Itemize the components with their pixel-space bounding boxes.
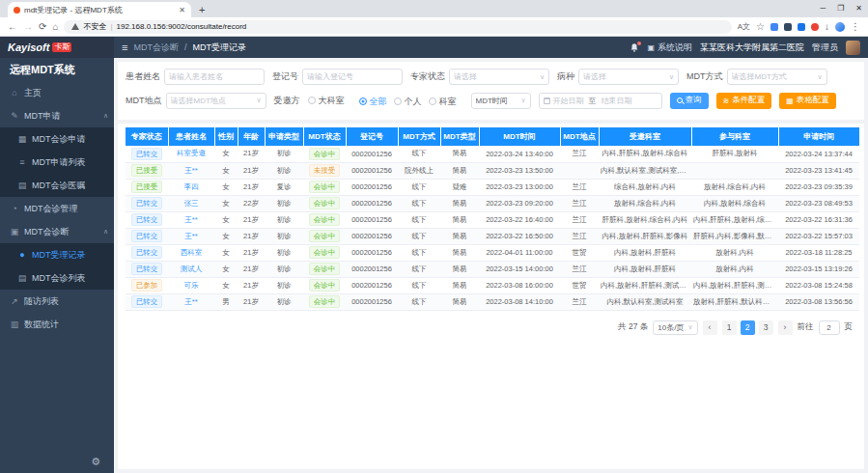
column-header: MDT类型 xyxy=(440,127,479,146)
patient-name-link[interactable]: 王** xyxy=(184,232,197,240)
input-登记号[interactable]: 请输入登记号 xyxy=(302,69,403,85)
prev-page-button[interactable]: ‹ xyxy=(703,320,717,335)
sidebar-item-主页[interactable]: ⌂主页 xyxy=(0,81,114,104)
minimize-button[interactable]: ─ xyxy=(820,4,826,13)
sidebar-item-MDT申请[interactable]: ✎MDT申请∧ xyxy=(0,104,114,127)
table-cell: 女 xyxy=(214,277,238,293)
refresh-icon[interactable]: ⟳ xyxy=(39,22,46,32)
table-cell: 2022-03-23 13:41:45 xyxy=(778,162,859,179)
date-range-picker[interactable]: 开始日期 至 结束日期 xyxy=(539,93,662,109)
bookmark-star-icon[interactable]: ☆ xyxy=(756,22,765,32)
table-row[interactable]: 已转交王**女21岁初诊会诊中0002001256线下简易2022-03-22 … xyxy=(126,228,859,244)
monitor-icon: ▣ xyxy=(10,227,19,236)
back-icon[interactable]: ← xyxy=(8,22,17,32)
status-tag: 会诊中 xyxy=(309,279,341,292)
forward-icon[interactable]: → xyxy=(23,22,33,32)
search-button[interactable]: 查询 xyxy=(670,93,709,109)
home-icon[interactable]: ⌂ xyxy=(52,22,58,32)
column-header: 受邀科室 xyxy=(599,127,691,146)
notification-bell-icon[interactable] xyxy=(630,42,639,53)
table-row[interactable]: 已参加可乐女21岁初诊会诊中0002001256线下简易2022-03-08 1… xyxy=(126,277,859,293)
sidebar-item-数据统计[interactable]: ▥数据统计 xyxy=(0,313,114,336)
tab-close-icon[interactable]: ✕ xyxy=(179,6,185,14)
chevron-icon: ∧ xyxy=(103,228,108,236)
table-cell: 兰江 xyxy=(560,228,599,244)
download-icon[interactable]: ↓ xyxy=(825,22,829,32)
goto-page-input[interactable]: 2 xyxy=(819,320,840,335)
status-tag: 会诊中 xyxy=(309,148,341,160)
more-menu-icon[interactable]: ⋮ xyxy=(851,22,860,32)
settings-gear-icon[interactable]: ⚙ xyxy=(91,456,100,468)
filter-label: 专家状态 xyxy=(410,70,445,83)
radio-个人[interactable]: 个人 xyxy=(394,96,422,108)
patient-name-link[interactable]: 李四 xyxy=(184,182,199,191)
table-cell: 女 xyxy=(214,162,238,179)
sidebar-item-MDT会诊断[interactable]: ▣MDT会诊断∧ xyxy=(0,220,114,243)
patient-name-link[interactable]: 王** xyxy=(184,166,197,175)
input-患者姓名[interactable]: 请输入患者姓名 xyxy=(164,69,265,85)
sidebar-item-MDT会诊申请[interactable]: ▦MDT会诊申请 xyxy=(0,127,114,151)
select-mdt-location[interactable]: 请选择MDT地点 ∨ xyxy=(166,93,266,109)
total-count: 共 27 条 xyxy=(618,321,648,333)
new-tab-button[interactable]: + xyxy=(199,2,205,17)
logo-text: Kayisoft xyxy=(8,42,49,53)
placeholder-text: 请选择 xyxy=(583,71,667,82)
table-cell: 内科,默认科室,测试科室 xyxy=(599,293,691,310)
select-病种[interactable]: 请选择∨ xyxy=(578,69,679,85)
radio-全部[interactable]: 全部 xyxy=(359,96,387,108)
extension-icon-2[interactable] xyxy=(784,23,792,31)
table-row[interactable]: 已转交张三女22岁初诊会诊中0002001256线下简易2022-03-23 0… xyxy=(126,195,859,211)
select-专家状态[interactable]: 请选择∨ xyxy=(449,69,549,85)
filter-label: 登记号 xyxy=(272,70,298,83)
filter-病种: 病种请选择∨ xyxy=(557,69,679,85)
table-cell: 内科,放射科,肝脏科 xyxy=(599,244,691,261)
table-cell: 兰江 xyxy=(560,195,599,211)
system-note-link[interactable]: ▣ 系统说明 xyxy=(647,42,692,54)
sidebar-item-随访列表[interactable]: ↗随访列表 xyxy=(0,290,114,313)
condition-config-button[interactable]: ≋ 条件配置 xyxy=(716,93,772,109)
sidebar-item-MDT会诊列表[interactable]: ▤MDT会诊列表 xyxy=(0,266,114,290)
next-page-button[interactable]: › xyxy=(778,320,793,335)
table-config-button[interactable]: ▦ 表格配置 xyxy=(779,93,836,109)
table-row[interactable]: 已转交西科室女21岁初诊会诊中0002001256线下简易2022-04-01 … xyxy=(126,244,859,261)
patient-name-link[interactable]: 王** xyxy=(184,297,197,306)
sidebar-toggle-icon[interactable]: ≡ xyxy=(122,42,127,53)
table-row[interactable]: 已转交测试人女21岁初诊会诊中0002001256线下简易2022-03-15 … xyxy=(126,261,859,277)
patient-name-link[interactable]: 王** xyxy=(184,215,197,224)
table-row[interactable]: 已接受王**女21岁初诊未接受0002001256院外线上简易2022-03-2… xyxy=(126,162,859,179)
page-button-3[interactable]: 3 xyxy=(759,320,773,335)
sidebar-item-MDT会诊医嘱[interactable]: ▤MDT会诊医嘱 xyxy=(0,174,114,197)
table-cell: 会诊中 xyxy=(303,211,346,228)
patient-name-link[interactable]: 张三 xyxy=(184,199,199,208)
sidebar-item-MDT受理记录[interactable]: ●MDT受理记录 xyxy=(0,243,114,266)
user-avatar[interactable] xyxy=(846,41,860,55)
extension-icon-4[interactable] xyxy=(811,23,819,31)
address-bar[interactable]: 不安全 | 192.168.0.156:9002/consultate/reco… xyxy=(64,20,731,34)
table-row[interactable]: 已转交王**男21岁初诊会诊中0002001256线下简易2022-03-08 … xyxy=(126,293,859,310)
table-body: 已转交科室受邀女21岁初诊会诊中0002001256线下简易2022-03-24… xyxy=(126,146,859,310)
select-mdt-time[interactable]: MDT时间 ∨ xyxy=(471,93,531,109)
extension-icon-3[interactable] xyxy=(798,23,805,31)
patient-name-link[interactable]: 测试人 xyxy=(181,264,203,273)
patient-name-link[interactable]: 西科室 xyxy=(181,248,203,257)
table-row[interactable]: 已接受李四女21岁复诊会诊中0002001256线下疑难2022-03-23 1… xyxy=(126,179,859,195)
table-row[interactable]: 已转交王**女21岁初诊会诊中0002001256线下简易2022-03-22 … xyxy=(126,211,859,228)
table-row[interactable]: 已转交科室受邀女21岁初诊会诊中0002001256线下简易2022-03-24… xyxy=(126,146,859,162)
radio-科室[interactable]: 科室 xyxy=(429,96,457,108)
sidebar-item-MDT会诊管理[interactable]: ◔MDT会诊管理 xyxy=(0,197,114,220)
radio-big-department[interactable]: 大科室 xyxy=(308,95,345,107)
sidebar-item-MDT申请列表[interactable]: ≡MDT申请列表 xyxy=(0,151,114,174)
patient-name-link[interactable]: 可乐 xyxy=(184,281,199,290)
page-button-2[interactable]: 2 xyxy=(741,320,755,335)
select-MDT方式[interactable]: 请选择MDT方式∨ xyxy=(727,69,827,85)
patient-name-link[interactable]: 科室受邀 xyxy=(177,149,206,157)
browser-profile-avatar[interactable] xyxy=(835,22,845,32)
page-size-select[interactable]: 10条/页 ∨ xyxy=(653,320,697,335)
close-button[interactable]: ✕ xyxy=(855,4,862,13)
browser-tab[interactable]: mdt受理记录 - 远程MDT系统 ✕ xyxy=(8,2,191,17)
extension-icon-1[interactable] xyxy=(770,23,778,31)
status-tag: 已转交 xyxy=(131,295,163,308)
translate-icon[interactable]: A文 xyxy=(738,23,750,31)
maximize-button[interactable]: ❐ xyxy=(837,4,844,13)
page-button-1[interactable]: 1 xyxy=(722,320,737,335)
